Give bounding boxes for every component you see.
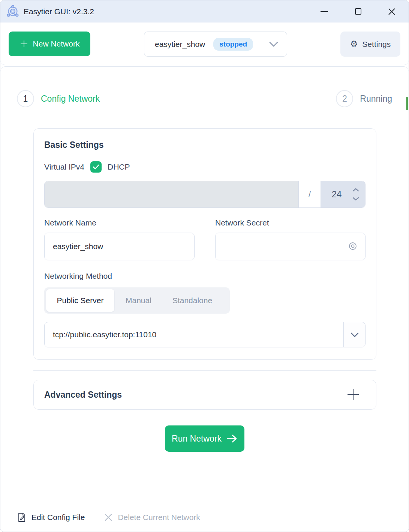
networking-method-tabs: Public Server Manual Standalone — [44, 287, 230, 314]
toolbar: New Network easytier_show stopped ⚙ Sett… — [0, 23, 409, 65]
step-running: 2 Running — [336, 90, 392, 107]
minimize-icon — [321, 11, 328, 12]
network-secret-input[interactable] — [215, 233, 366, 260]
network-selector-value: easytier_show — [155, 40, 205, 49]
section-divider — [33, 370, 376, 371]
advanced-settings-card[interactable]: Advanced Settings — [33, 380, 376, 410]
delete-current-network-button[interactable]: Delete Current Network — [104, 513, 200, 522]
tab-public-server[interactable]: Public Server — [46, 289, 114, 312]
window-title: Easytier GUI: v2.3.2 — [24, 7, 94, 16]
step-2-label: Running — [360, 94, 392, 104]
network-name-group: Network Name — [44, 218, 195, 260]
window-controls — [307, 0, 409, 23]
checkmark-icon — [93, 164, 99, 170]
select-caret-box — [343, 322, 365, 347]
edit-config-file-button[interactable]: Edit Config File — [17, 512, 85, 522]
arrow-right-icon — [227, 434, 237, 443]
step-config-network: 1 Config Network — [17, 90, 100, 107]
app-window: Easytier GUI: v2.3.2 New Network easytie… — [0, 0, 409, 532]
virtual-ipv4-row: Virtual IPv4 DHCP — [44, 161, 366, 173]
dhcp-label: DHCP — [108, 162, 130, 171]
settings-button[interactable]: ⚙ Settings — [340, 32, 400, 57]
new-network-button[interactable]: New Network — [9, 32, 90, 56]
delete-current-network-label: Delete Current Network — [118, 513, 200, 522]
network-secret-label: Network Secret — [215, 218, 366, 227]
chevron-down-icon — [350, 332, 359, 338]
expand-plus-icon[interactable] — [348, 389, 359, 400]
run-network-label: Run Network — [172, 434, 222, 444]
gear-icon: ⚙ — [350, 40, 358, 48]
chevron-up-icon[interactable] — [352, 188, 359, 192]
x-icon — [104, 513, 112, 521]
prefix-length-stepper[interactable]: 24 — [321, 181, 365, 207]
tab-standalone[interactable]: Standalone — [163, 289, 222, 312]
stepper-buttons — [352, 188, 365, 201]
chevron-down-icon — [269, 41, 279, 47]
new-network-label: New Network — [33, 39, 80, 48]
tab-manual[interactable]: Manual — [116, 289, 161, 312]
main-content: 1 Config Network 2 Running Basic Setting… — [0, 66, 409, 504]
eye-icon[interactable] — [348, 242, 357, 251]
plus-icon — [19, 39, 28, 48]
settings-label: Settings — [362, 40, 391, 49]
footer: Edit Config File Delete Current Network — [0, 503, 409, 532]
chevron-down-icon[interactable] — [352, 197, 359, 201]
app-logo-icon — [6, 5, 20, 19]
maximize-icon — [355, 8, 361, 15]
ip-prefix-separator: / — [298, 181, 321, 207]
public-server-select[interactable]: tcp://public.easytier.top:11010 — [44, 322, 366, 347]
scrollbar-thumb[interactable] — [406, 97, 408, 110]
virtual-ip-input-group: / 24 — [44, 181, 366, 208]
public-server-url: tcp://public.easytier.top:11010 — [45, 322, 343, 347]
virtual-ip-input[interactable] — [45, 181, 298, 207]
basic-settings-card: Basic Settings Virtual IPv4 DHCP / 24 — [33, 128, 376, 360]
network-secret-group: Network Secret — [215, 218, 366, 260]
prefix-length-value: 24 — [321, 189, 352, 200]
maximize-button[interactable] — [341, 0, 375, 23]
titlebar: Easytier GUI: v2.3.2 — [0, 0, 409, 23]
advanced-settings-title: Advanced Settings — [44, 390, 122, 400]
basic-settings-title: Basic Settings — [44, 140, 366, 150]
close-icon — [388, 8, 396, 16]
network-name-input[interactable] — [44, 233, 195, 260]
run-network-button[interactable]: Run Network — [165, 425, 244, 452]
step-1-circle: 1 — [17, 90, 34, 107]
networking-method-label: Networking Method — [44, 272, 366, 281]
network-selector[interactable]: easytier_show stopped — [144, 32, 287, 57]
status-badge: stopped — [213, 38, 253, 51]
minimize-button[interactable] — [307, 0, 341, 23]
name-secret-row: Network Name Network Secret — [44, 218, 366, 260]
step-2-circle: 2 — [336, 90, 353, 107]
virtual-ipv4-label: Virtual IPv4 — [44, 162, 84, 171]
edit-config-file-label: Edit Config File — [31, 513, 85, 522]
dhcp-checkbox[interactable] — [90, 161, 102, 173]
close-button[interactable] — [375, 0, 409, 23]
network-name-label: Network Name — [44, 218, 195, 227]
step-indicator: 1 Config Network 2 Running — [17, 90, 392, 107]
step-1-label: Config Network — [41, 94, 100, 104]
edit-file-icon — [17, 512, 26, 522]
